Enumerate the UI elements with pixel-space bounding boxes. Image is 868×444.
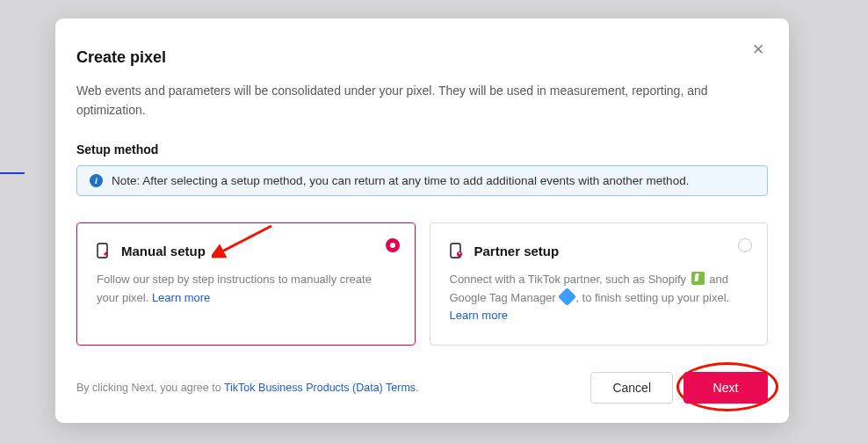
modal-footer: By clicking Next, you agree to TikTok Bu… <box>76 372 768 404</box>
manual-setup-title: Manual setup <box>121 244 206 258</box>
terms-link[interactable]: TikTok Business Products (Data) Terms <box>224 382 416 394</box>
info-icon: i <box>90 174 103 187</box>
partner-setup-card[interactable]: Partner setup Connect with a TikTok part… <box>430 222 769 346</box>
create-pixel-modal: Create pixel ✕ Web events and parameters… <box>55 18 789 423</box>
manual-setup-desc: Follow our step by step instructions to … <box>97 271 395 306</box>
info-note-box: i Note: After selecting a setup method, … <box>76 165 768 196</box>
partner-setup-icon <box>450 243 466 258</box>
setup-method-label: Setup method <box>76 142 768 156</box>
footer-buttons: Cancel Next <box>590 372 768 404</box>
svg-point-4 <box>458 252 459 254</box>
next-button[interactable]: Next <box>684 372 768 404</box>
partner-setup-title: Partner setup <box>474 244 560 258</box>
partner-learn-more-link[interactable]: Learn more <box>450 309 508 322</box>
modal-header: Create pixel ✕ <box>76 40 768 67</box>
modal-subtitle: Web events and parameters will be consol… <box>76 82 768 120</box>
partner-setup-desc: Connect with a TikTok partner, such as S… <box>450 271 749 324</box>
partner-setup-radio[interactable] <box>738 238 752 252</box>
cancel-button[interactable]: Cancel <box>590 372 673 404</box>
manual-setup-card[interactable]: Manual setup Follow our step by step ins… <box>76 222 416 346</box>
manual-setup-icon <box>97 243 112 258</box>
google-tag-manager-icon <box>558 287 576 305</box>
setup-method-cards: Manual setup Follow our step by step ins… <box>76 222 768 346</box>
background-tab-underline <box>0 172 25 174</box>
manual-setup-radio[interactable] <box>386 238 400 252</box>
info-note-text: Note: After selecting a setup method, yo… <box>112 174 689 187</box>
close-icon[interactable]: ✕ <box>749 40 768 59</box>
manual-learn-more-link[interactable]: Learn more <box>152 291 210 304</box>
terms-agreement-text: By clicking Next, you agree to TikTok Bu… <box>76 382 419 394</box>
modal-title: Create pixel <box>76 40 166 67</box>
shopify-icon <box>691 272 705 285</box>
